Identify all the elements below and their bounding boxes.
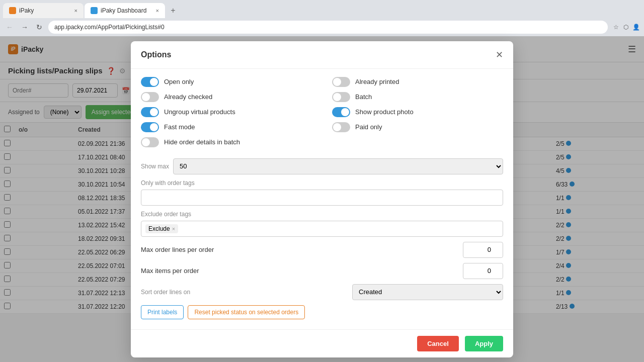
extension-icon[interactable]: ⬡ [622, 23, 630, 31]
forward-button[interactable]: → [19, 22, 30, 32]
tab-bar: iPaky × iPaky Dashboard × + [0, 0, 644, 18]
show-max-label: Show max [141, 163, 169, 170]
options-col-right: Already printed Batch Show product photo… [332, 77, 503, 152]
toggle-open_only[interactable] [141, 77, 159, 87]
sort-order-lines-select[interactable]: CreatedSKUNameLocation [352, 284, 503, 300]
max-order-lines-row: Max order lines per order [141, 242, 503, 258]
tab-ipacky-icon [9, 7, 16, 14]
toggle-paid_only[interactable] [332, 122, 350, 132]
toggle-row-already_printed: Already printed [332, 77, 503, 87]
url-bar[interactable]: app.ipacky.com/AppPortal/PickingLists#0 [48, 21, 608, 34]
toggle-hide_order_details[interactable] [141, 137, 159, 147]
profile-icon[interactable]: 👤 [632, 23, 640, 31]
refresh-button[interactable]: ↻ [34, 22, 44, 32]
toggle-row-ungroup_virtual: Ungroup virtual products [141, 107, 312, 117]
toggle-label-open_only: Open only [164, 78, 194, 85]
toggle-label-hide_order_details: Hide order details in batch [164, 138, 240, 146]
toggle-row-already_checked: Already checked [141, 92, 312, 102]
show-max-select[interactable]: 102050100200 [173, 158, 503, 174]
max-items-row: Max items per order [141, 263, 503, 279]
toggle-label-already_printed: Already printed [355, 78, 399, 85]
only-with-order-tags-label: Only with order tags [141, 179, 503, 187]
action-buttons: Print labels Reset picked status on sele… [141, 305, 503, 319]
exclude-order-tags-label: Exclude order tags [141, 211, 503, 218]
max-order-lines-label: Max order lines per order [141, 246, 463, 253]
tab-dashboard[interactable]: iPaky Dashboard × [85, 3, 165, 18]
exclude-order-tags-area[interactable]: Exclude × [141, 221, 503, 237]
only-with-order-tags-input[interactable] [141, 190, 503, 206]
bookmark-icon[interactable]: ☆ [612, 23, 620, 31]
max-order-lines-input[interactable] [463, 242, 503, 258]
address-bar: ← → ↻ app.ipacky.com/AppPortal/PickingLi… [0, 18, 644, 36]
new-tab-button[interactable]: + [166, 4, 180, 18]
exclude-tag-remove[interactable]: × [172, 226, 175, 232]
toggle-label-already_checked: Already checked [164, 93, 212, 101]
toggle-ungroup_virtual[interactable] [141, 107, 159, 117]
toggle-row-fast_mode: Fast mode [141, 122, 312, 132]
toggle-label-ungroup_virtual: Ungroup virtual products [164, 108, 235, 116]
options-modal: Options ✕ Open only Already checked Ungr… [131, 41, 513, 357]
toggle-label-batch: Batch [355, 93, 372, 101]
tab-ipacky-label: iPaky [19, 7, 34, 14]
toggle-row-batch: Batch [332, 92, 503, 102]
toggle-show_product_photo[interactable] [332, 107, 350, 117]
toggle-already_printed[interactable] [332, 77, 350, 87]
tab-ipacky-close[interactable]: × [74, 8, 77, 14]
options-columns: Open only Already checked Ungroup virtua… [141, 77, 503, 152]
tab-dashboard-label: iPaky Dashboard [101, 7, 146, 14]
back-button[interactable]: ← [4, 22, 15, 32]
modal-close-button[interactable]: ✕ [496, 49, 503, 60]
toggle-already_checked[interactable] [141, 92, 159, 102]
toggle-row-open_only: Open only [141, 77, 312, 87]
options-col-left: Open only Already checked Ungroup virtua… [141, 77, 312, 152]
exclude-tag: Exclude × [145, 224, 178, 233]
toggle-row-hide_order_details: Hide order details in batch [141, 137, 312, 147]
sort-order-lines-label: Sort order lines on [141, 289, 352, 296]
max-items-label: Max items per order [141, 267, 463, 275]
modal-header: Options ✕ [131, 41, 513, 69]
show-max-row: Show max 102050100200 [141, 158, 503, 174]
apply-button[interactable]: Apply [465, 336, 503, 351]
url-text: app.ipacky.com/AppPortal/PickingLists#0 [54, 24, 165, 31]
toggle-row-show_product_photo: Show product photo [332, 107, 503, 117]
reset-picked-status-button[interactable]: Reset picked status on selected orders [188, 305, 305, 319]
toggle-fast_mode[interactable] [141, 122, 159, 132]
cancel-button[interactable]: Cancel [417, 336, 459, 351]
browser-chrome: iPaky × iPaky Dashboard × + ← → ↻ app.ip… [0, 0, 644, 36]
tab-dashboard-icon [91, 7, 98, 14]
max-items-input[interactable] [463, 263, 503, 279]
browser-actions: ☆ ⬡ 👤 [612, 23, 640, 31]
toggle-label-paid_only: Paid only [355, 123, 382, 131]
modal-body: Open only Already checked Ungroup virtua… [131, 69, 513, 329]
modal-footer: Cancel Apply [131, 329, 513, 357]
app-container: iP iPacky 🏪 TEST SHOP ☰ Picking lists/Pa… [0, 36, 644, 362]
print-labels-button[interactable]: Print labels [141, 305, 184, 319]
toggle-batch[interactable] [332, 92, 350, 102]
sort-order-lines-row: Sort order lines on CreatedSKUNameLocati… [141, 284, 503, 300]
toggle-row-paid_only: Paid only [332, 122, 503, 132]
modal-overlay: Options ✕ Open only Already checked Ungr… [0, 36, 644, 362]
toggle-label-fast_mode: Fast mode [164, 123, 195, 131]
exclude-tag-text: Exclude [148, 225, 170, 232]
toggle-label-show_product_photo: Show product photo [355, 108, 414, 116]
tab-dashboard-close[interactable]: × [156, 8, 159, 14]
tab-ipacky[interactable]: iPaky × [3, 3, 84, 18]
modal-title: Options [141, 50, 171, 59]
